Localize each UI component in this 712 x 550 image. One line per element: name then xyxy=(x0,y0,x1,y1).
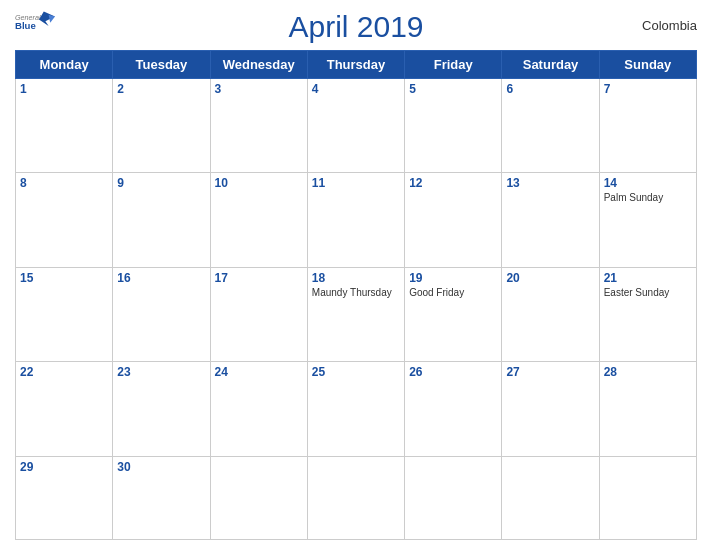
day-number: 13 xyxy=(506,176,594,190)
day-cell: 4 xyxy=(307,79,404,173)
day-number: 8 xyxy=(20,176,108,190)
day-number: 18 xyxy=(312,271,400,285)
logo: General Blue xyxy=(15,10,55,38)
calendar-page: General Blue April 2019 Colombia Monday … xyxy=(0,0,712,550)
day-cell: 21Easter Sunday xyxy=(599,267,696,361)
day-cell: 23 xyxy=(113,362,210,456)
holiday-label: Good Friday xyxy=(409,287,497,299)
week-row-4: 22232425262728 xyxy=(16,362,697,456)
day-number: 27 xyxy=(506,365,594,379)
col-tuesday: Tuesday xyxy=(113,51,210,79)
day-number: 9 xyxy=(117,176,205,190)
day-cell: 30 xyxy=(113,456,210,539)
day-number: 2 xyxy=(117,82,205,96)
day-cell xyxy=(405,456,502,539)
day-number: 15 xyxy=(20,271,108,285)
day-number: 4 xyxy=(312,82,400,96)
day-cell: 17 xyxy=(210,267,307,361)
calendar-header: General Blue April 2019 Colombia xyxy=(15,10,697,44)
day-cell: 27 xyxy=(502,362,599,456)
day-cell: 9 xyxy=(113,173,210,267)
day-number: 11 xyxy=(312,176,400,190)
day-cell: 8 xyxy=(16,173,113,267)
day-cell xyxy=(210,456,307,539)
day-number: 5 xyxy=(409,82,497,96)
day-cell: 14Palm Sunday xyxy=(599,173,696,267)
week-row-2: 891011121314Palm Sunday xyxy=(16,173,697,267)
day-cell: 2 xyxy=(113,79,210,173)
day-cell: 22 xyxy=(16,362,113,456)
month-title: April 2019 xyxy=(288,10,423,44)
day-number: 3 xyxy=(215,82,303,96)
col-friday: Friday xyxy=(405,51,502,79)
day-number: 24 xyxy=(215,365,303,379)
day-cell: 10 xyxy=(210,173,307,267)
day-cell xyxy=(502,456,599,539)
holiday-label: Palm Sunday xyxy=(604,192,692,204)
week-row-1: 1234567 xyxy=(16,79,697,173)
day-cell: 16 xyxy=(113,267,210,361)
day-number: 10 xyxy=(215,176,303,190)
day-number: 26 xyxy=(409,365,497,379)
day-number: 1 xyxy=(20,82,108,96)
day-cell: 5 xyxy=(405,79,502,173)
svg-text:Blue: Blue xyxy=(15,20,36,31)
day-number: 29 xyxy=(20,460,108,474)
day-number: 14 xyxy=(604,176,692,190)
day-number: 20 xyxy=(506,271,594,285)
day-cell: 3 xyxy=(210,79,307,173)
day-cell: 26 xyxy=(405,362,502,456)
col-thursday: Thursday xyxy=(307,51,404,79)
day-number: 21 xyxy=(604,271,692,285)
day-number: 7 xyxy=(604,82,692,96)
day-cell: 25 xyxy=(307,362,404,456)
day-cell: 11 xyxy=(307,173,404,267)
col-sunday: Sunday xyxy=(599,51,696,79)
day-cell: 7 xyxy=(599,79,696,173)
col-wednesday: Wednesday xyxy=(210,51,307,79)
day-cell xyxy=(599,456,696,539)
day-cell: 13 xyxy=(502,173,599,267)
day-number: 16 xyxy=(117,271,205,285)
holiday-label: Easter Sunday xyxy=(604,287,692,299)
day-number: 28 xyxy=(604,365,692,379)
col-monday: Monday xyxy=(16,51,113,79)
day-number: 17 xyxy=(215,271,303,285)
day-number: 12 xyxy=(409,176,497,190)
weekday-header-row: Monday Tuesday Wednesday Thursday Friday… xyxy=(16,51,697,79)
day-cell: 20 xyxy=(502,267,599,361)
day-number: 6 xyxy=(506,82,594,96)
col-saturday: Saturday xyxy=(502,51,599,79)
day-cell: 29 xyxy=(16,456,113,539)
day-cell: 24 xyxy=(210,362,307,456)
holiday-label: Maundy Thursday xyxy=(312,287,400,299)
day-number: 22 xyxy=(20,365,108,379)
day-number: 23 xyxy=(117,365,205,379)
week-row-5: 2930 xyxy=(16,456,697,539)
week-row-3: 15161718Maundy Thursday19Good Friday2021… xyxy=(16,267,697,361)
day-cell: 1 xyxy=(16,79,113,173)
day-cell: 15 xyxy=(16,267,113,361)
day-number: 25 xyxy=(312,365,400,379)
calendar-table: Monday Tuesday Wednesday Thursday Friday… xyxy=(15,50,697,540)
day-cell: 18Maundy Thursday xyxy=(307,267,404,361)
day-cell: 6 xyxy=(502,79,599,173)
day-cell: 12 xyxy=(405,173,502,267)
day-cell: 19Good Friday xyxy=(405,267,502,361)
day-number: 30 xyxy=(117,460,205,474)
country-label: Colombia xyxy=(642,18,697,33)
day-cell: 28 xyxy=(599,362,696,456)
day-cell xyxy=(307,456,404,539)
day-number: 19 xyxy=(409,271,497,285)
